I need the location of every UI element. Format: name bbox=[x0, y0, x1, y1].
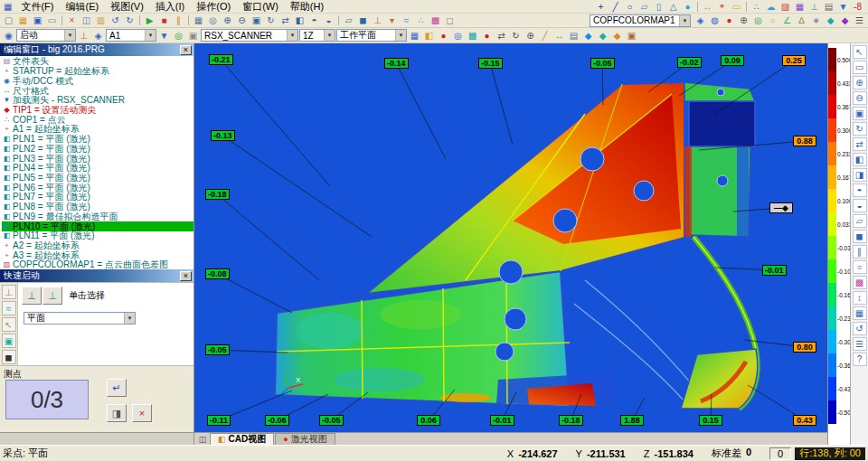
red-dot-icon[interactable]: ● bbox=[722, 14, 736, 27]
dimension-icon[interactable]: ↔ bbox=[701, 0, 714, 13]
orange-gem-icon[interactable]: ◆ bbox=[610, 29, 624, 42]
probe-mode-icon[interactable]: ⊥ bbox=[2, 285, 16, 299]
help-tool-icon[interactable]: ? bbox=[853, 353, 867, 366]
tip-combo[interactable]: 1Z bbox=[299, 29, 335, 42]
angle-icon[interactable]: ∠ bbox=[780, 14, 794, 27]
wireframe-icon[interactable]: ▱ bbox=[342, 14, 355, 27]
layers-icon[interactable]: ▤ bbox=[567, 29, 580, 42]
deviation-label[interactable]: -0.06 bbox=[265, 415, 289, 426]
pointcloud-view-icon[interactable]: ∴ bbox=[414, 14, 428, 27]
zoom-all-icon[interactable]: ⊕ bbox=[524, 29, 537, 42]
deviation-label[interactable]: -0.01 bbox=[490, 415, 514, 426]
toggle-readout-button[interactable]: ◨ bbox=[107, 404, 127, 422]
chevron-down-icon[interactable] bbox=[395, 30, 406, 41]
grid-tool-icon[interactable]: ▦ bbox=[853, 306, 867, 320]
front-view-icon[interactable]: ◒ bbox=[322, 14, 335, 27]
dimension-tool-icon[interactable]: ↕ bbox=[853, 291, 867, 305]
stop-icon[interactable]: ■ bbox=[157, 14, 171, 27]
scan-icon[interactable]: ≈ bbox=[400, 14, 413, 27]
probe-combo[interactable]: RSX_SCANNER bbox=[201, 29, 298, 42]
laser-probe-button[interactable]: ⊥ bbox=[42, 287, 62, 305]
chevron-down-icon[interactable] bbox=[324, 30, 335, 41]
menu-tool-icon[interactable]: ☰ bbox=[853, 337, 867, 351]
iso-view-icon[interactable]: ◧ bbox=[293, 14, 307, 27]
deviation-label[interactable]: -0.01 bbox=[762, 265, 787, 276]
zoom-in-icon[interactable]: ⊕ bbox=[221, 14, 234, 27]
solid-tool-icon[interactable]: ◼ bbox=[853, 230, 867, 243]
undo-icon[interactable]: ↺ bbox=[108, 14, 122, 27]
point-feature-icon[interactable]: + bbox=[594, 0, 608, 13]
alignment-icon[interactable]: ⊥ bbox=[807, 0, 821, 13]
line-feature-icon[interactable]: ╱ bbox=[609, 0, 622, 13]
cut-icon[interactable]: × bbox=[65, 14, 79, 27]
menu-item-view[interactable]: 视图(V) bbox=[105, 0, 149, 14]
mode-manual-icon[interactable]: ◉ bbox=[2, 29, 15, 42]
gage-icon[interactable]: ◎ bbox=[451, 29, 465, 42]
close-icon[interactable]: × bbox=[180, 45, 192, 55]
rotate3d-icon[interactable]: ↻ bbox=[509, 29, 523, 42]
annotation-icon[interactable]: ◻ bbox=[443, 14, 457, 27]
edit-command-line[interactable]: ◆TIP1 = 设置活动测尖 bbox=[2, 106, 193, 116]
chevron-down-icon[interactable] bbox=[679, 15, 690, 26]
paste-icon[interactable]: ▥ bbox=[94, 14, 108, 27]
workplane-combo[interactable]: 工作平面 bbox=[336, 29, 407, 42]
plane-feature-icon[interactable]: ▱ bbox=[637, 0, 651, 13]
wireframe-tool-icon[interactable]: ▱ bbox=[853, 214, 867, 228]
purple-diamond-icon[interactable]: ◆ bbox=[838, 14, 852, 27]
zoom-window-icon[interactable]: ▭ bbox=[853, 61, 867, 74]
edit-command-line[interactable]: ◧PLN4 = 平面 (激光) bbox=[2, 164, 193, 174]
zoom-out-tool-icon[interactable]: ⊖ bbox=[853, 91, 867, 105]
view-right-icon[interactable]: ◨ bbox=[853, 168, 867, 182]
deviation-label[interactable]: -0.21 bbox=[209, 54, 233, 65]
startup-combo[interactable]: 启动 bbox=[16, 29, 76, 42]
select-tool-icon[interactable]: ↖ bbox=[853, 45, 867, 59]
measure-icon[interactable]: ↔ bbox=[552, 29, 566, 42]
colormap-tool-icon[interactable]: ▩ bbox=[853, 276, 867, 289]
lamp-icon[interactable]: ○ bbox=[766, 14, 779, 27]
pointer-mode-icon[interactable]: ↖ bbox=[2, 317, 16, 332]
scan-mode-icon[interactable]: ≈ bbox=[2, 301, 16, 315]
cloud-align-icon[interactable]: ◈ bbox=[693, 14, 707, 27]
comment-icon[interactable]: ▭ bbox=[730, 0, 743, 13]
axes-icon[interactable]: ⊥ bbox=[77, 29, 90, 42]
close-icon[interactable]: × bbox=[180, 271, 192, 281]
new-program-icon[interactable]: ▢ bbox=[2, 14, 15, 27]
stop-light-icon[interactable]: ● bbox=[480, 29, 494, 42]
cylinder-feature-icon[interactable]: ▯ bbox=[652, 0, 665, 13]
asterisk-icon[interactable]: ∗ bbox=[809, 14, 823, 27]
chevron-down-icon[interactable] bbox=[287, 30, 297, 41]
confirm-point-button[interactable]: ↵ bbox=[107, 379, 127, 397]
sphere-feature-icon[interactable]: ● bbox=[681, 0, 694, 13]
snap-icon[interactable]: ◎ bbox=[206, 14, 220, 27]
rotate-tool-icon[interactable]: ↻ bbox=[853, 122, 867, 136]
edit-window[interactable]: ▤文件表头+STARTUP = 起始坐标系◉手动/DCC 模式↔尺寸格式▼加载测… bbox=[0, 56, 193, 269]
quick-start-icon[interactable]: ▩ bbox=[466, 29, 479, 42]
target-icon[interactable]: ◎ bbox=[751, 14, 765, 27]
section-icon[interactable]: ∥ bbox=[853, 245, 867, 259]
edit-command-line[interactable]: ◧PLN5 = 平面 (激光) bbox=[2, 174, 193, 183]
deviation-label[interactable]: -0.05 bbox=[590, 58, 615, 69]
deviation-label[interactable]: -0.13 bbox=[211, 130, 235, 141]
probe-toggle-icon[interactable]: ⊥ bbox=[371, 14, 384, 27]
edit-command-line[interactable]: ◧PLN6 = 平面 (激光) bbox=[2, 183, 193, 193]
edit-command-line[interactable]: ◧PLN11 = 平面 (激光) bbox=[2, 231, 193, 241]
deviation-label[interactable]: 0.15 bbox=[699, 415, 722, 426]
chevron-down-icon[interactable] bbox=[124, 313, 135, 324]
new-alignment-icon[interactable]: ◈ bbox=[91, 29, 105, 42]
probe-icon[interactable]: ▼ bbox=[836, 0, 850, 13]
probe-file-icon[interactable]: ▣ bbox=[186, 29, 200, 42]
mesh-icon[interactable]: ▦ bbox=[793, 0, 807, 13]
edit-command-line[interactable]: ◧PLN9 = 最佳拟合构造平面 bbox=[2, 212, 193, 222]
draw-icon[interactable]: ╱ bbox=[538, 29, 552, 42]
edit-command-line[interactable]: +A1 = 起始坐标系 bbox=[2, 125, 193, 135]
reset-view-icon[interactable]: ↺ bbox=[853, 322, 867, 335]
teal-gem-icon[interactable]: ◆ bbox=[596, 29, 609, 42]
colormap-combo[interactable]: COPFCOLORMAP1 bbox=[590, 14, 691, 27]
edit-command-line[interactable]: +A3 = 起始坐标系 bbox=[2, 250, 193, 260]
edit-command-line[interactable]: ◧PLN7 = 平面 (激光) bbox=[2, 193, 193, 202]
circle-feature-icon[interactable]: ○ bbox=[623, 0, 637, 13]
edit-command-line[interactable]: ◧PLN10 = 平面 (激光) bbox=[2, 221, 193, 231]
deviation-label[interactable]: -0.14 bbox=[384, 58, 409, 69]
zoom-out-icon[interactable]: ⊖ bbox=[235, 14, 249, 27]
print-icon[interactable]: ▭ bbox=[45, 14, 59, 27]
